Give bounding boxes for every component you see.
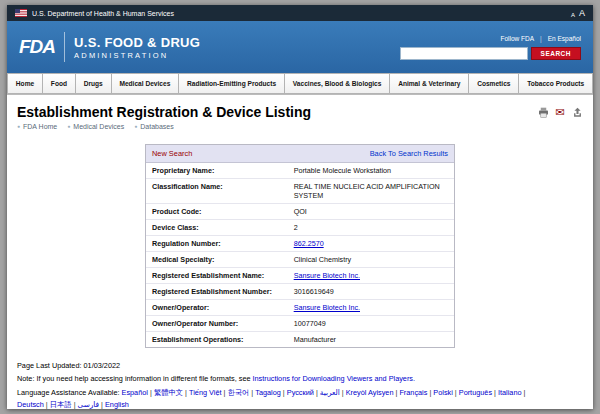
table-row: Classification Name: REAL TIME NUCLEIC A…: [146, 179, 454, 204]
us-flag-icon: [15, 9, 27, 17]
table-row: Device Class: 2: [146, 220, 454, 236]
breadcrumb-fda-home[interactable]: FDA Home: [17, 123, 57, 130]
nav-item-drugs[interactable]: Drugs: [75, 73, 112, 94]
field-value-product-code: QOI: [288, 204, 454, 220]
follow-separator: |: [540, 35, 542, 42]
field-value-classification-name: REAL TIME NUCLEIC ACID AMPLIFICATION SYS…: [288, 179, 454, 204]
table-row: Establishment Operations: Manufacturer: [146, 332, 454, 348]
main-nav: Home Food Drugs Medical Devices Radiatio…: [7, 73, 593, 95]
breadcrumb: FDA Home Medical Devices Databases: [7, 123, 593, 136]
fda-logo-block[interactable]: FDA U.S. FOOD & DRUG ADMINISTRATION: [19, 32, 200, 62]
lang-arabic[interactable]: العربية: [320, 388, 346, 397]
language-assistance-label: Language Assistance Available:: [17, 388, 120, 397]
field-value-proprietary-name: Portable Molecule Workstation: [288, 163, 454, 179]
lang-japanese[interactable]: 日本語: [50, 400, 78, 409]
search-button[interactable]: SEARCH: [531, 47, 581, 60]
field-value-device-class: 2: [288, 220, 454, 236]
nav-item-home[interactable]: Home: [7, 73, 43, 94]
field-value-owner-operator-number: 10077049: [288, 316, 454, 332]
table-row: Registered Establishment Number: 3016619…: [146, 284, 454, 300]
lang-korean[interactable]: 한국어: [227, 388, 255, 397]
new-search-link[interactable]: New Search: [152, 149, 192, 158]
follow-fda-link[interactable]: Follow FDA: [500, 35, 534, 42]
nav-item-medical-devices[interactable]: Medical Devices: [111, 73, 180, 94]
lang-polish[interactable]: Polski: [433, 388, 458, 397]
note-text: Note: If you need help accessing informa…: [17, 374, 251, 383]
regulation-number-link[interactable]: 862.2570: [294, 239, 324, 248]
hhs-top-bar: U.S. Department of Health & Human Servic…: [7, 5, 593, 21]
lang-english[interactable]: English: [105, 400, 129, 409]
lang-espanol[interactable]: Español: [122, 388, 154, 397]
lang-german[interactable]: Deutsch: [17, 400, 50, 409]
page-footer-info: Page Last Updated: 01/03/2022 Note: If y…: [7, 348, 593, 409]
field-label-registered-establishment-number: Registered Establishment Number:: [146, 284, 288, 300]
table-row: Medical Specialty: Clinical Chemistry: [146, 252, 454, 268]
nav-item-food[interactable]: Food: [42, 73, 76, 94]
device-detail-box: New Search Back To Search Results Propri…: [145, 144, 455, 348]
lang-italian[interactable]: Italiano: [498, 388, 525, 397]
agency-name-line2: ADMINISTRATION: [74, 51, 200, 60]
page-last-updated: Page Last Updated: 01/03/2022: [17, 361, 583, 370]
lang-vietnamese[interactable]: Tiếng Việt: [189, 388, 227, 397]
fda-header: FDA U.S. FOOD & DRUG ADMINISTRATION Foll…: [7, 21, 593, 73]
lang-chinese[interactable]: 繁體中文: [154, 388, 189, 397]
text-size-small-button[interactable]: A: [571, 12, 575, 18]
registered-establishment-name-link[interactable]: Sansure Biotech Inc.: [294, 271, 360, 280]
lang-farsi[interactable]: فارسی: [78, 400, 105, 409]
field-value-establishment-operations: Manufacturer: [288, 332, 454, 348]
text-size-controls: A A: [571, 8, 585, 18]
table-row: Owner/Operator Number: 10077049: [146, 316, 454, 332]
field-value-registered-establishment-number: 3016619649: [288, 284, 454, 300]
device-detail-table: Proprietary Name: Portable Molecule Work…: [146, 163, 454, 347]
field-label-owner-operator-number: Owner/Operator Number:: [146, 316, 288, 332]
viewers-players-link[interactable]: Instructions for Downloading Viewers and…: [253, 374, 416, 383]
field-label-regulation-number: Regulation Number:: [146, 236, 288, 252]
hhs-department-label[interactable]: U.S. Department of Health & Human Servic…: [32, 10, 174, 17]
field-label-owner-operator: Owner/Operator:: [146, 300, 288, 316]
agency-name-line1: U.S. FOOD & DRUG: [74, 35, 200, 50]
en-espanol-link[interactable]: En Español: [548, 35, 581, 42]
table-row: Regulation Number: 862.2570: [146, 236, 454, 252]
title-row: Establishment Registration & Device List…: [7, 95, 593, 123]
search-input[interactable]: [400, 47, 528, 60]
nav-item-animal-veterinary[interactable]: Animal & Veterinary: [389, 73, 469, 94]
lang-kreyol[interactable]: Kreyòl Ayisyen: [346, 388, 400, 397]
fda-logo[interactable]: FDA: [19, 36, 55, 58]
email-icon[interactable]: ✉: [554, 106, 566, 118]
nav-item-vaccines[interactable]: Vaccines, Blood & Biologics: [284, 73, 390, 94]
field-label-establishment-operations: Establishment Operations:: [146, 332, 288, 348]
header-right: Follow FDA | En Español SEARCH: [400, 35, 581, 60]
field-label-medical-specialty: Medical Specialty:: [146, 252, 288, 268]
table-row: Product Code: QOI: [146, 204, 454, 220]
print-icon[interactable]: [537, 106, 549, 118]
breadcrumb-medical-devices[interactable]: Medical Devices: [67, 123, 124, 130]
field-label-device-class: Device Class:: [146, 220, 288, 236]
table-row: Registered Establishment Name: Sansure B…: [146, 268, 454, 284]
browser-page: U.S. Department of Health & Human Servic…: [7, 5, 593, 409]
field-label-product-code: Product Code:: [146, 204, 288, 220]
owner-operator-link[interactable]: Sansure Biotech Inc.: [294, 303, 360, 312]
logo-divider: [64, 32, 65, 62]
field-value-medical-specialty: Clinical Chemistry: [288, 252, 454, 268]
share-icon[interactable]: [571, 106, 583, 118]
lang-russian[interactable]: Русский: [287, 388, 320, 397]
nav-item-cosmetics[interactable]: Cosmetics: [468, 73, 519, 94]
page-title: Establishment Registration & Device List…: [17, 104, 311, 120]
field-label-registered-establishment-name: Registered Establishment Name:: [146, 268, 288, 284]
lang-tagalog[interactable]: Tagalog: [255, 388, 287, 397]
lang-portuguese[interactable]: Português: [459, 388, 498, 397]
table-row: Proprietary Name: Portable Molecule Work…: [146, 163, 454, 179]
lang-french[interactable]: Français: [399, 388, 433, 397]
breadcrumb-databases[interactable]: Databases: [134, 123, 174, 130]
field-label-proprietary-name: Proprietary Name:: [146, 163, 288, 179]
text-size-large-button[interactable]: A: [579, 8, 585, 18]
nav-item-radiation[interactable]: Radiation-Emitting Products: [178, 73, 285, 94]
field-label-classification-name: Classification Name:: [146, 179, 288, 204]
back-to-results-link[interactable]: Back To Search Results: [370, 149, 448, 158]
table-row: Owner/Operator: Sansure Biotech Inc.: [146, 300, 454, 316]
language-assistance: Language Assistance Available: Español 繁…: [17, 387, 538, 409]
file-formats-note: Note: If you need help accessing informa…: [17, 374, 583, 383]
agency-name: U.S. FOOD & DRUG ADMINISTRATION: [74, 35, 200, 60]
nav-item-tobacco[interactable]: Tobacco Products: [518, 73, 593, 94]
result-box-header: New Search Back To Search Results: [146, 145, 454, 163]
